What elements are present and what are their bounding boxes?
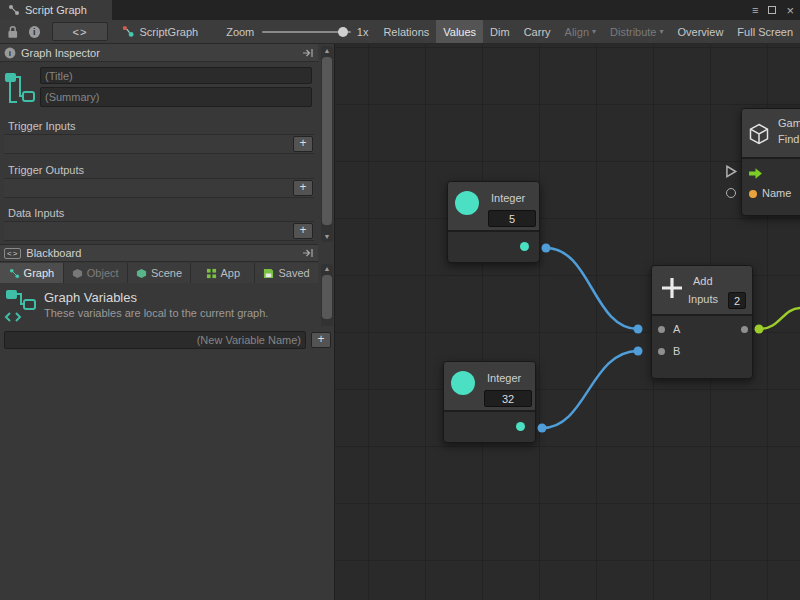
blackboard-scrollbar-thumb[interactable] (322, 275, 332, 319)
output-port[interactable] (516, 422, 525, 431)
carry-button[interactable]: Carry (517, 20, 558, 43)
port-a-label: A (673, 323, 680, 335)
graph-toolbar: i <> ScriptGraph Zoom 1x Relations Value… (0, 20, 800, 44)
integer-node-body (444, 412, 535, 442)
output-port[interactable] (520, 242, 529, 251)
relations-button[interactable]: Relations (376, 20, 436, 43)
tab-object[interactable]: Object (64, 263, 128, 283)
add-variable-button[interactable]: + (311, 332, 331, 348)
graph-inspector-title: Graph Inspector (21, 47, 100, 59)
lock-icon[interactable] (7, 25, 19, 39)
script-graph-asset-icon (122, 25, 135, 38)
new-variable-input[interactable] (4, 331, 306, 349)
fullscreen-button[interactable]: Full Screen (730, 20, 800, 43)
wire-integer2-to-add-b[interactable] (542, 351, 638, 428)
chevron-down-icon: ▾ (592, 27, 596, 36)
node-title: Add (693, 275, 713, 287)
graph-glyph-icon (3, 68, 37, 108)
add-icon (660, 276, 684, 300)
code-view-button[interactable]: <> (52, 22, 108, 41)
graph-variables-description: These variables are local to the current… (44, 307, 268, 319)
add-trigger-input-button[interactable]: + (293, 136, 313, 152)
node-add[interactable]: Add Inputs 2 A B (651, 265, 753, 379)
tab-scene[interactable]: Scene (128, 263, 192, 283)
zoom-slider-handle[interactable] (338, 27, 348, 37)
trigger-outputs-label: Trigger Outputs (8, 164, 84, 176)
trigger-outputs-list (4, 178, 314, 198)
node-integer-2[interactable]: Integer 32 (443, 361, 536, 443)
value-input-port-outline[interactable] (726, 188, 736, 198)
inspector-scrollbar[interactable]: ▲ ▼ (321, 46, 333, 242)
input-port-b[interactable] (658, 348, 665, 355)
input-port-a[interactable] (658, 326, 665, 333)
zoom-label: Zoom (226, 26, 254, 38)
add-data-input-button[interactable]: + (293, 223, 313, 239)
wire-endpoint (538, 424, 547, 433)
pop-out-icon[interactable] (302, 48, 314, 58)
integer-node-header: Integer 5 (448, 182, 539, 232)
data-inputs-list (4, 221, 314, 241)
object-tab-icon (72, 268, 83, 279)
find-node-body: Name (742, 159, 800, 215)
add-node-header: Add Inputs 2 (652, 266, 752, 316)
graph-variables-heading: Graph Variables (44, 290, 137, 305)
output-port[interactable] (741, 326, 748, 333)
tab-saved[interactable]: Saved (255, 263, 318, 283)
graph-canvas[interactable]: Integer 5 Integer 32 Add Inputs 2 A (335, 44, 800, 600)
inputs-count-field[interactable]: 2 (728, 292, 746, 309)
zoom-slider[interactable] (262, 31, 351, 33)
integer-node-body (448, 232, 539, 262)
integer-value-field[interactable]: 5 (488, 210, 536, 227)
node-title: Integer (487, 372, 521, 384)
tab-graph[interactable]: Graph (0, 263, 64, 283)
script-graph-tab-icon (8, 4, 20, 16)
tab-script-graph[interactable]: Script Graph (0, 0, 112, 20)
graph-summary-input[interactable] (40, 87, 312, 107)
scroll-up-icon[interactable]: ▲ (321, 46, 333, 56)
node-title: Integer (491, 192, 525, 204)
wire-add-output[interactable] (759, 308, 800, 329)
scroll-down-icon[interactable]: ▼ (321, 232, 333, 242)
window-close-icon[interactable]: × (786, 3, 794, 18)
node-integer-1[interactable]: Integer 5 (447, 181, 540, 263)
inspector-scrollbar-thumb[interactable] (322, 57, 332, 225)
integer-value-field[interactable]: 32 (484, 390, 532, 407)
chevron-down-icon: ▾ (660, 27, 664, 36)
tab-app[interactable]: App (191, 263, 255, 283)
sidebar: i Graph Inspector Trigger Inputs + Trigg… (0, 44, 335, 600)
integer-type-icon (451, 371, 475, 395)
trigger-inputs-list (4, 134, 314, 154)
window-maximize-icon[interactable] (768, 6, 776, 14)
blackboard-tabs: Graph Object Scene App Saved (0, 263, 318, 283)
port-b-label: B (673, 345, 680, 357)
overview-button[interactable]: Overview (671, 20, 731, 43)
graph-asset-name[interactable]: ScriptGraph (139, 26, 198, 38)
blackboard-scrollbar[interactable]: ▲ (321, 264, 333, 326)
scroll-up-icon[interactable]: ▲ (321, 264, 333, 274)
name-port-label: Name (762, 187, 791, 199)
scene-tab-icon (136, 268, 147, 279)
dim-button[interactable]: Dim (483, 20, 517, 43)
graph-title-input[interactable] (40, 67, 312, 84)
gameobject-cube-icon (747, 121, 771, 147)
info-icon[interactable]: i (29, 26, 41, 38)
name-input-port[interactable] (749, 190, 757, 198)
zoom-value: 1x (357, 26, 369, 38)
info-icon: i (5, 47, 16, 58)
values-button[interactable]: Values (436, 20, 483, 43)
graph-inspector-header: i Graph Inspector (0, 44, 318, 62)
add-node-body: A B (652, 316, 752, 378)
title-bar: Script Graph ≡ × (0, 0, 800, 20)
flow-arrow-icon[interactable] (748, 167, 763, 180)
distribute-dropdown[interactable]: Distribute▾ (603, 20, 670, 43)
flow-input-port-outline[interactable] (724, 164, 738, 179)
wire-endpoint (634, 347, 643, 356)
align-dropdown[interactable]: Align▾ (558, 20, 603, 43)
find-node-header: Game Find (742, 109, 800, 159)
blackboard-title: Blackboard (26, 247, 81, 259)
add-trigger-output-button[interactable]: + (293, 180, 313, 196)
pop-out-icon[interactable] (302, 248, 314, 258)
node-find[interactable]: Game Find Name (741, 108, 800, 216)
window-menu-icon[interactable]: ≡ (752, 4, 758, 16)
wire-integer1-to-add-a[interactable] (546, 248, 638, 329)
